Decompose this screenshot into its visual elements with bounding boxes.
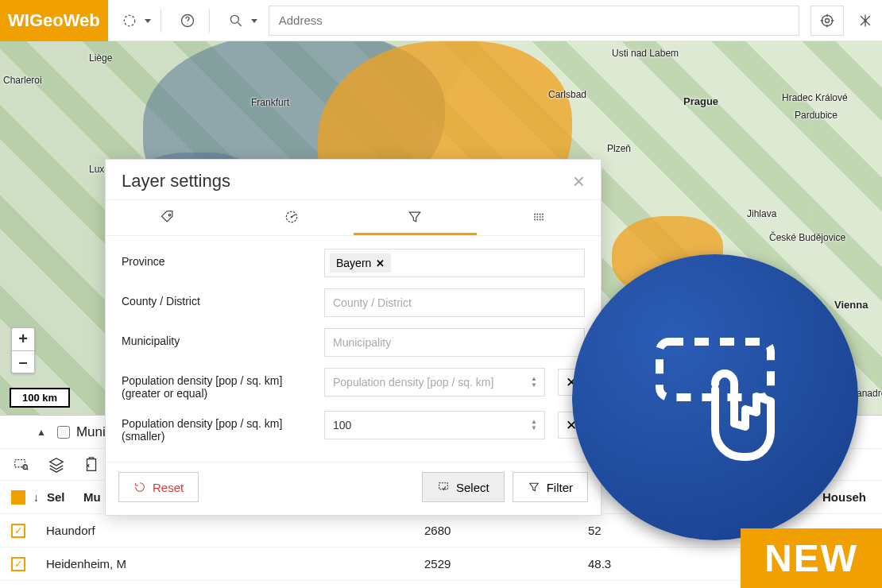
tool-select-area[interactable] [11, 455, 32, 475]
city-label: České Budějovice [769, 232, 845, 243]
popdens-lt-input[interactable] [324, 411, 545, 439]
municipality-label: Municipality [122, 328, 324, 347]
select-button[interactable]: Select [422, 472, 505, 502]
popdens-lt-stepper[interactable]: ▲▼ [531, 419, 544, 431]
svg-point-7 [168, 214, 171, 216]
tab-layers[interactable] [477, 200, 601, 235]
row-checkbox[interactable]: ✓ [11, 557, 25, 571]
search-tool[interactable] [219, 4, 253, 37]
brand-logo: WIGeoWeb [0, 0, 108, 41]
address-search-input[interactable] [269, 6, 799, 36]
svg-point-5 [822, 15, 832, 25]
tab-label[interactable] [106, 200, 230, 235]
tool-clipboard[interactable] [81, 455, 102, 475]
popdens-lt-label: Population density [pop / sq. km] (small… [122, 411, 324, 443]
city-label: Liège [89, 52, 112, 64]
sort-indicator-icon: ↓ [33, 491, 39, 504]
search-dropdown[interactable] [250, 4, 262, 37]
dialog-close-button[interactable]: × [573, 171, 585, 191]
zoom-control: + – [11, 327, 35, 373]
selection-dropdown[interactable] [143, 4, 156, 37]
row-val1: 2680 [424, 524, 583, 537]
svg-point-3 [230, 15, 238, 23]
row-name: Haundorf [46, 524, 420, 537]
zoom-out-button[interactable]: – [12, 350, 34, 373]
city-label: Usti nad Labem [612, 48, 679, 59]
province-input[interactable]: Bayern ✕ [324, 249, 585, 277]
svg-point-4 [826, 18, 830, 22]
network-icon[interactable] [849, 4, 882, 37]
popdens-ge-stepper[interactable]: ▲▼ [531, 376, 544, 389]
feature-highlight-circle [572, 254, 858, 540]
province-chip: Bayern ✕ [330, 253, 391, 273]
tab-filter[interactable] [354, 200, 478, 235]
city-label: Charleroi [3, 75, 42, 86]
layer-settings-dialog: Layer settings × Province Bayern ✕ [105, 159, 602, 516]
popdens-ge-label: Population density [pop / sq. km] (great… [122, 368, 324, 400]
col-hh[interactable]: Househ [822, 490, 866, 504]
col-sel[interactable]: Sel [47, 490, 79, 504]
select-all-checkbox[interactable] [11, 490, 25, 505]
city-label: Vienna [834, 299, 868, 311]
reset-button[interactable]: Reset [118, 472, 199, 502]
svg-point-0 [124, 15, 134, 25]
selection-tool[interactable] [113, 4, 146, 37]
municipality-input[interactable] [324, 328, 585, 357]
city-label: Pardubice [795, 110, 838, 121]
province-label: Province [122, 249, 324, 268]
province-chip-remove[interactable]: ✕ [376, 257, 385, 269]
svg-point-2 [187, 23, 188, 24]
city-label: Plzeň [607, 143, 631, 154]
row-name: Heidenheim, M [46, 557, 420, 571]
panel-tab-checkbox[interactable] [57, 426, 70, 439]
row-checkbox[interactable]: ✓ [11, 524, 25, 538]
touch-select-icon [636, 318, 795, 477]
new-badge: NEW [741, 528, 882, 588]
popdens-ge-input[interactable] [324, 368, 545, 397]
dialog-title: Layer settings [122, 171, 230, 191]
zoom-in-button[interactable]: + [12, 328, 34, 350]
county-label: County / District [122, 288, 324, 308]
help-icon[interactable] [171, 4, 204, 37]
city-label: Hradec Králové [782, 92, 848, 103]
tool-layers[interactable] [46, 455, 67, 475]
city-label: Jihlava [747, 208, 776, 219]
panel-collapse-button[interactable]: ▲ [37, 427, 46, 438]
filter-button[interactable]: Filter [513, 472, 588, 502]
row-val1: 2529 [424, 557, 583, 571]
svg-rect-10 [439, 483, 448, 489]
top-toolbar: WIGeoWeb [0, 0, 882, 41]
county-input[interactable] [324, 288, 585, 317]
tab-radius[interactable] [230, 200, 354, 235]
city-label: Prague [683, 95, 718, 107]
row-val2: 48.3 [588, 557, 747, 571]
locate-button[interactable] [810, 6, 844, 36]
scale-bar: 100 km [10, 388, 70, 408]
